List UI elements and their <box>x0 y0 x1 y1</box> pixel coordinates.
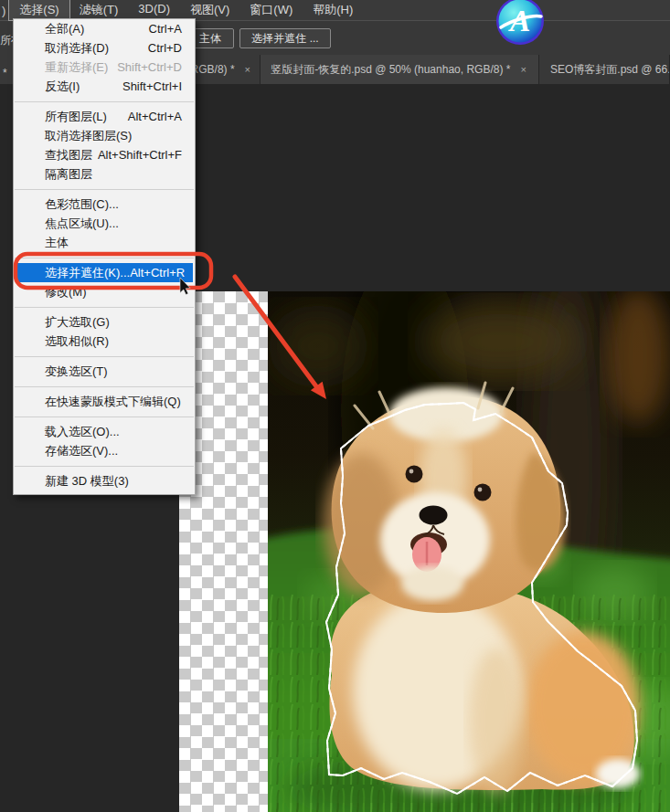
menubar-item-view[interactable]: 视图(V) <box>180 0 239 20</box>
tab-close-icon[interactable]: × <box>518 64 527 75</box>
menu-item-label: 隔离图层 <box>45 164 92 184</box>
menu-item[interactable]: 重新选择(E)Shift+Ctrl+D <box>14 58 195 77</box>
menu-item-shortcut: Alt+Shift+Ctrl+F <box>98 145 182 164</box>
recorder-logo: A <box>494 0 548 51</box>
menu-item-label: 变换选区(T) <box>45 362 108 381</box>
select-and-mask-button[interactable]: 选择并遮住 ... <box>239 28 331 48</box>
menu-item-shortcut: Shift+Ctrl+I <box>122 77 182 96</box>
menu-item-label: 全部(A) <box>45 19 84 38</box>
menu-item[interactable]: 存储选区(V)... <box>14 441 195 460</box>
menu-item[interactable]: 焦点区域(U)... <box>14 214 195 233</box>
menu-item-label: 反选(I) <box>45 77 80 96</box>
menubar-item-3d[interactable]: 3D(D) <box>128 0 180 20</box>
menu-item-shortcut: Ctrl+D <box>148 38 182 58</box>
menu-item[interactable]: 在快速蒙版模式下编辑(Q) <box>14 392 195 411</box>
menu-item-label: 修改(M) <box>45 282 87 301</box>
menu-item[interactable]: 变换选区(T) <box>14 362 195 381</box>
menu-item[interactable]: 选取相似(R) <box>14 332 195 351</box>
document-canvas[interactable] <box>179 291 670 812</box>
menu-separator <box>14 381 195 392</box>
menu-item-shortcut: Ctrl+A <box>149 19 182 38</box>
menu-item-label: 载入选区(O)... <box>45 422 120 441</box>
menubar-item-window[interactable]: 窗口(W) <box>239 0 303 20</box>
menu-item-label: 查找图层 <box>45 145 92 164</box>
menu-item-label: 扩大选取(G) <box>45 312 110 332</box>
menu-item-label: 焦点区域(U)... <box>45 214 119 233</box>
menu-item-shortcut: Shift+Ctrl+D <box>117 58 182 77</box>
menu-separator <box>14 411 195 422</box>
menubar-overflow-fragment: ) <box>0 4 9 17</box>
menu-item[interactable]: 色彩范围(C)... <box>14 195 195 214</box>
menu-separator <box>14 301 195 312</box>
menu-item[interactable]: 扩大选取(G) <box>14 312 195 332</box>
select-menu-dropdown: 全部(A)Ctrl+A取消选择(D)Ctrl+D重新选择(E)Shift+Ctr… <box>13 18 196 495</box>
photoshop-window: ) 选择(S)滤镜(T)3D(D)视图(V)窗口(W)帮助(H) 所有 主体 选… <box>0 0 670 812</box>
menu-item-label: 在快速蒙版模式下编辑(Q) <box>45 392 181 411</box>
menubar-item-help[interactable]: 帮助(H) <box>303 0 363 20</box>
menu-separator <box>14 184 195 195</box>
menu-item[interactable]: 查找图层Alt+Shift+Ctrl+F <box>14 145 195 164</box>
tab-label: 竖版封面-恢复的.psd @ 50% (huanhao, RGB/8) * <box>271 62 510 78</box>
menu-item[interactable]: 所有图层(L)Alt+Ctrl+A <box>14 107 195 126</box>
menu-item[interactable]: 隔离图层 <box>14 164 195 184</box>
tab-label: SEO博客封面.psd @ 66. <box>550 62 670 78</box>
document-tab-2[interactable]: 竖版封面-恢复的.psd @ 50% (huanhao, RGB/8) *× <box>261 55 539 84</box>
menu-item-label: 选择并遮住(K)... <box>45 263 130 282</box>
tab1-left-fragment: * <box>3 67 7 79</box>
menu-item-shortcut: Alt+Ctrl+R <box>130 263 185 282</box>
menubar-item-filter[interactable]: 滤镜(T) <box>69 0 129 20</box>
menu-item[interactable]: 选择并遮住(K)...Alt+Ctrl+R <box>16 263 193 282</box>
menu-separator <box>14 460 195 471</box>
menubar-items: 选择(S)滤镜(T)3D(D)视图(V)窗口(W)帮助(H) <box>9 0 363 20</box>
document-tab-3[interactable]: SEO博客封面.psd @ 66. <box>539 55 670 84</box>
menu-item[interactable]: 取消选择图层(S) <box>14 126 195 145</box>
menu-item-label: 重新选择(E) <box>45 58 108 77</box>
menu-item-label: 取消选择(D) <box>45 38 109 58</box>
menu-item[interactable]: 载入选区(O)... <box>14 422 195 441</box>
menu-item[interactable]: 全部(A)Ctrl+A <box>14 19 195 38</box>
menu-item[interactable]: 反选(I)Shift+Ctrl+I <box>14 77 195 96</box>
tab-close-icon[interactable]: × <box>243 64 252 75</box>
puppy-photo-layer[interactable] <box>268 291 670 812</box>
menu-item[interactable]: 修改(M) <box>14 282 195 301</box>
menu-item-label: 取消选择图层(S) <box>45 126 132 145</box>
menu-separator <box>14 96 195 107</box>
tab-label: RGB/8) * <box>191 63 235 76</box>
menu-item-label: 所有图层(L) <box>45 107 107 126</box>
menu-item[interactable]: 主体 <box>14 233 195 252</box>
menu-item-label: 选取相似(R) <box>45 332 109 351</box>
menu-item-shortcut: Alt+Ctrl+A <box>128 107 182 126</box>
menubar: ) 选择(S)滤镜(T)3D(D)视图(V)窗口(W)帮助(H) <box>0 0 670 20</box>
menu-item-label: 存储选区(V)... <box>45 441 118 460</box>
menu-separator <box>14 252 195 263</box>
menu-item-label: 色彩范围(C)... <box>45 195 119 214</box>
menubar-item-select[interactable]: 选择(S) <box>9 0 69 20</box>
menu-item-label: 主体 <box>45 233 69 252</box>
menu-separator <box>14 351 195 362</box>
menu-item[interactable]: 新建 3D 模型(3) <box>14 471 195 490</box>
menu-item[interactable]: 取消选择(D)Ctrl+D <box>14 38 195 58</box>
menu-item-label: 新建 3D 模型(3) <box>45 471 129 490</box>
